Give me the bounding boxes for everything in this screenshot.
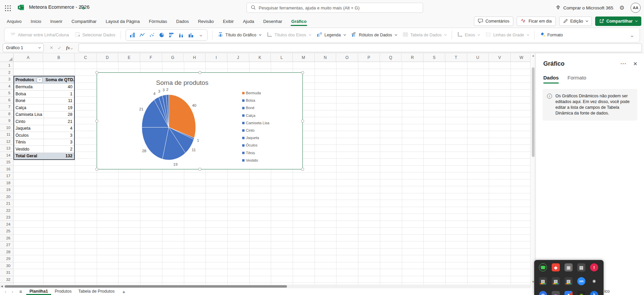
format-button[interactable]: Formato xyxy=(537,30,566,40)
tab-dados[interactable]: Dados xyxy=(543,75,559,84)
row-header-24[interactable]: 24 xyxy=(0,221,13,228)
horizontal-scrollbar[interactable]: ◄ xyxy=(0,285,530,288)
column-header-D[interactable]: D xyxy=(97,53,119,62)
row-header-32[interactable]: 32 xyxy=(0,276,13,283)
scatter-chart-icon[interactable] xyxy=(148,31,156,39)
chart-resize-handle[interactable] xyxy=(198,168,201,171)
table-cell[interactable]: Soma de QTD. xyxy=(43,76,74,84)
menu-item-layout-da-p-gina[interactable]: Layout da Página xyxy=(106,17,140,26)
account-avatar[interactable]: AA xyxy=(631,3,641,13)
row-header-3[interactable]: 3 xyxy=(0,76,13,83)
next-sheet-icon[interactable]: › xyxy=(10,289,15,294)
scroll-left-arrow-icon[interactable]: ◄ xyxy=(0,285,3,288)
switch-row-column-button[interactable]: Alternar entre Linha/Coluna xyxy=(8,30,72,40)
row-header-5[interactable]: 5 xyxy=(0,90,13,97)
legend-swatch-Bolsa[interactable] xyxy=(242,99,245,102)
horizontal-scroll-thumb[interactable] xyxy=(5,285,287,288)
row-header-29[interactable]: 29 xyxy=(0,255,13,262)
editing-mode-button[interactable]: Edição xyxy=(559,17,592,26)
column-header-N[interactable]: N xyxy=(315,53,336,62)
table-cell[interactable]: 4 xyxy=(43,125,74,132)
table-cell[interactable]: Tênis xyxy=(14,139,43,146)
row-header-31[interactable]: 31 xyxy=(0,269,13,276)
column-header-H[interactable]: H xyxy=(184,53,206,62)
bar-chart-icon[interactable] xyxy=(167,31,175,39)
row-header-23[interactable]: 23 xyxy=(0,214,13,221)
column-header-I[interactable]: I xyxy=(205,53,227,62)
menu-item-dados[interactable]: Dados xyxy=(176,17,189,26)
legend-swatch-Camiseta Lisa[interactable] xyxy=(242,122,245,124)
insert-function-button[interactable]: fx xyxy=(66,45,72,51)
line-chart-icon[interactable] xyxy=(138,31,146,39)
row-header-20[interactable]: 20 xyxy=(0,193,13,200)
menu-item-exibir[interactable]: Exibir xyxy=(223,17,234,26)
formula-input[interactable] xyxy=(78,43,642,52)
catch-up-button[interactable]: Ficar em dia xyxy=(517,17,556,26)
table-cell[interactable]: 21 xyxy=(43,118,74,125)
column-header-C[interactable]: C xyxy=(75,53,97,62)
defender-icon[interactable]: ◆ xyxy=(565,291,573,295)
data-table-menu[interactable]: Tabela de Dados xyxy=(400,30,449,40)
search-input[interactable]: Pesquisar ferramentas, ajuda e muito mai… xyxy=(247,3,423,13)
table-cell[interactable]: Bolsa xyxy=(14,91,43,97)
scroll-up-arrow-icon[interactable]: ▲ xyxy=(530,54,536,57)
share-button[interactable]: Compartilhar xyxy=(595,17,641,26)
sheet-tab-produtos[interactable]: Produtos xyxy=(51,288,75,295)
zoom-icon[interactable]: zm xyxy=(577,277,585,285)
filter-dropdown-button[interactable] xyxy=(37,77,42,83)
video-editor-icon[interactable]: ◈ xyxy=(552,263,560,271)
column-chart-icon[interactable] xyxy=(128,31,136,39)
chart-resize-handle[interactable] xyxy=(301,71,304,74)
app-launcher-icon[interactable] xyxy=(4,4,11,11)
table-cell[interactable]: 132 xyxy=(43,153,74,160)
legend-swatch-Calça[interactable] xyxy=(242,114,245,117)
row-header-4[interactable]: 4 xyxy=(0,83,13,90)
row-header-13[interactable]: 13 xyxy=(0,145,13,152)
column-header-F[interactable]: F xyxy=(140,53,162,62)
column-header-T[interactable]: T xyxy=(445,53,467,62)
column-header-R[interactable]: R xyxy=(402,53,424,62)
pie-chart-icon[interactable] xyxy=(158,31,166,39)
legend-swatch-Jaqueta[interactable] xyxy=(242,137,245,139)
row-header-18[interactable]: 18 xyxy=(0,179,13,187)
gallery-expand-chevron-icon[interactable] xyxy=(197,31,205,39)
column-header-B[interactable]: B xyxy=(43,53,75,62)
axes-menu[interactable]: Eixos xyxy=(455,30,482,40)
chart-resize-handle[interactable] xyxy=(95,168,98,171)
buy-microsoft365-button[interactable]: Comprar o Microsoft 365 xyxy=(555,5,613,11)
row-header-7[interactable]: 7 xyxy=(0,103,13,110)
menu-item-f-rmulas[interactable]: Fórmulas xyxy=(149,17,167,26)
row-header-26[interactable]: 26 xyxy=(0,235,13,242)
row-header-9[interactable]: 9 xyxy=(0,117,13,124)
bluetooth-icon[interactable]: ᛒ xyxy=(590,291,598,295)
column-header-W[interactable]: W xyxy=(511,53,530,62)
table-cell[interactable]: Boné xyxy=(14,98,43,104)
comments-button[interactable]: Comentários xyxy=(474,17,513,26)
table-cell[interactable]: 19 xyxy=(43,104,74,111)
menu-item-compartilhar[interactable]: Compartilhar xyxy=(71,17,96,26)
name-box[interactable]: Gráfico 1 xyxy=(3,43,44,52)
row-header-8[interactable]: 8 xyxy=(0,110,13,118)
row-header-21[interactable]: 21 xyxy=(0,200,13,207)
vertical-scrollbar[interactable]: ▲ ▼ xyxy=(530,53,536,288)
row-header-30[interactable]: 30 xyxy=(0,262,13,269)
select-data-button[interactable]: Selecionar Dados xyxy=(72,30,118,40)
settings-gear-icon[interactable]: ⚙ xyxy=(619,4,624,11)
chart-title-menu[interactable]: Título do Gráfico xyxy=(215,30,264,40)
legend-swatch-Vestido[interactable] xyxy=(242,159,245,162)
chart-resize-handle[interactable] xyxy=(301,120,304,123)
previous-sheet-icon[interactable]: ‹ xyxy=(3,289,8,294)
autosave-cloud-icon[interactable] xyxy=(79,4,85,11)
column-header-L[interactable]: L xyxy=(271,53,293,62)
confirm-entry-icon[interactable]: ✓ xyxy=(58,45,61,51)
row-header-28[interactable]: 28 xyxy=(0,249,13,256)
menu-item-gr-fico[interactable]: Gráfico xyxy=(291,17,307,26)
stacked-column-chart-icon[interactable] xyxy=(177,31,185,39)
column-header-U[interactable]: U xyxy=(467,53,489,62)
row-header-12[interactable]: 12 xyxy=(0,138,13,145)
legend-swatch-Tênis[interactable] xyxy=(242,152,245,154)
column-header-K[interactable]: K xyxy=(249,53,271,62)
nvidia-icon[interactable]: ◉ xyxy=(577,291,585,295)
chart-resize-handle[interactable] xyxy=(301,168,304,171)
select-all-corner[interactable] xyxy=(0,53,13,62)
